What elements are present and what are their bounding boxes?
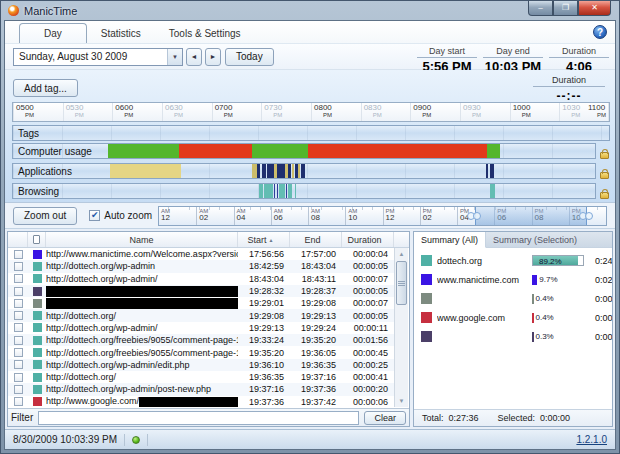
summary-row[interactable]: dottech.org89.2%0:24:37 xyxy=(414,251,612,270)
close-button[interactable]: ✕ xyxy=(578,1,611,16)
tab-summary-selection[interactable]: Summary (Selection) xyxy=(486,232,584,247)
chevron-down-icon[interactable]: ▼ xyxy=(167,49,182,65)
table-row[interactable]: http://dottech.org/wp-admin/post-new.php… xyxy=(8,383,394,395)
activity-segment[interactable] xyxy=(295,184,297,198)
activity-segment[interactable] xyxy=(301,164,304,178)
activity-segment[interactable] xyxy=(279,184,285,198)
activity-segment[interactable] xyxy=(252,164,257,178)
computer-usage-row[interactable]: Computer usage xyxy=(12,143,596,159)
previous-day-button[interactable]: ◄ xyxy=(186,48,202,66)
auto-zoom-checkbox[interactable]: ✔ xyxy=(89,210,100,221)
row-checkbox[interactable] xyxy=(14,287,23,296)
activity-segment[interactable] xyxy=(274,184,276,198)
auto-zoom[interactable]: ✔ Auto zoom xyxy=(89,210,152,221)
activity-segment[interactable] xyxy=(285,164,288,178)
row-checkbox[interactable] xyxy=(14,262,23,271)
activity-segment[interactable] xyxy=(295,164,298,178)
tab-day[interactable]: Day xyxy=(19,23,87,44)
table-row[interactable]: http://dottech.org/freebies/9055/comment… xyxy=(8,334,394,346)
table-row[interactable]: http://www.manictime.com/Welcome.aspx?ve… xyxy=(8,248,394,260)
applications-row[interactable]: Applications xyxy=(12,163,596,179)
table-row[interactable]: 19:29:0119:29:0800:00:07 xyxy=(8,297,394,309)
activity-segment[interactable] xyxy=(262,164,266,178)
activity-segment[interactable] xyxy=(259,184,262,198)
activity-segment[interactable] xyxy=(288,184,293,198)
header-checkbox-column[interactable] xyxy=(8,232,28,247)
applications-track[interactable] xyxy=(13,164,595,178)
overview-cell[interactable]: AM10 xyxy=(345,207,382,225)
help-icon[interactable]: ? xyxy=(593,25,607,39)
table-row[interactable]: http://www.google.com/19:37:3619:37:4200… xyxy=(8,396,394,408)
activity-segment[interactable] xyxy=(252,144,308,158)
row-checkbox[interactable] xyxy=(14,385,23,394)
header-end[interactable]: End xyxy=(290,232,342,247)
computer-usage-track[interactable] xyxy=(13,144,595,158)
summary-row[interactable]: 0.4%0:00:07 xyxy=(414,289,612,308)
overview-cell[interactable]: AM08 xyxy=(308,207,345,225)
maximize-button[interactable]: ❐ xyxy=(553,1,578,16)
row-checkbox[interactable] xyxy=(14,360,23,369)
clear-filter-button[interactable]: Clear xyxy=(364,411,406,425)
table-row[interactable]: http://dottech.org/19:29:0819:29:1300:00… xyxy=(8,309,394,321)
row-checkbox[interactable] xyxy=(14,336,23,345)
overview-cell[interactable]: PM02 xyxy=(420,207,457,225)
activity-segment[interactable] xyxy=(108,144,179,158)
browsing-track[interactable] xyxy=(13,184,595,198)
summary-row[interactable]: www.google.com0.4%0:00:06 xyxy=(414,308,612,327)
day-overview-timeline[interactable]: AM12AM02AM04AM06AM08AM10PM12PM02PM04PM06… xyxy=(158,206,607,226)
activity-segment[interactable] xyxy=(288,164,291,178)
scroll-up-icon[interactable]: ▲ xyxy=(395,248,408,260)
table-row[interactable]: http://dottech.org/freebies/9055/comment… xyxy=(8,346,394,358)
row-checkbox[interactable] xyxy=(14,373,23,382)
activity-segment[interactable] xyxy=(308,144,487,158)
view-selection[interactable] xyxy=(475,207,587,225)
table-row[interactable]: http://dottech.org/wp-admin/18:43:0418:4… xyxy=(8,273,394,285)
activity-segment[interactable] xyxy=(486,164,488,178)
table-row[interactable]: http://dottech.org/19:36:3519:37:1600:00… xyxy=(8,371,394,383)
applications-lock[interactable] xyxy=(598,165,610,179)
tab-statistics[interactable]: Statistics xyxy=(87,23,155,43)
add-tag-button[interactable]: Add tag... xyxy=(13,79,78,97)
overview-cell[interactable]: PM12 xyxy=(383,207,420,225)
tab-tools-settings[interactable]: Tools & Settings xyxy=(155,23,255,43)
table-scrollbar[interactable]: ▲ ▼ xyxy=(394,248,408,407)
activity-segment[interactable] xyxy=(267,164,275,178)
selection-handle-right[interactable] xyxy=(579,212,595,221)
minimize-button[interactable]: – xyxy=(528,1,553,16)
filter-input[interactable] xyxy=(38,411,359,425)
row-checkbox[interactable] xyxy=(14,323,23,332)
activity-segment[interactable] xyxy=(490,184,495,198)
row-checkbox[interactable] xyxy=(14,348,23,357)
table-row[interactable]: http://dottech.org/wp-admin/19:29:1319:2… xyxy=(8,322,394,334)
activity-segment[interactable] xyxy=(490,164,495,178)
overview-cell[interactable]: AM12 xyxy=(159,207,196,225)
computer-usage-lock[interactable] xyxy=(598,145,610,159)
activity-segment[interactable] xyxy=(277,164,285,178)
scrollbar-thumb[interactable] xyxy=(396,261,407,305)
summary-row[interactable]: www.manictime.com9.7%0:02:41 xyxy=(414,270,612,289)
tab-summary-all[interactable]: Summary (All) xyxy=(414,232,486,248)
activity-segment[interactable] xyxy=(487,144,500,158)
summary-row[interactable]: 0.3%0:00:05 xyxy=(414,327,612,346)
browsing-row[interactable]: Browsing xyxy=(12,183,596,199)
activity-segment[interactable] xyxy=(179,144,251,158)
overview-cell[interactable]: AM02 xyxy=(196,207,233,225)
table-row[interactable]: 19:28:3219:28:3700:00:05 xyxy=(8,285,394,297)
row-checkbox[interactable] xyxy=(14,274,23,283)
table-row[interactable]: http://dottech.org/wp-admin/edit.php19:3… xyxy=(8,359,394,371)
selection-handle-left[interactable] xyxy=(467,212,483,221)
row-checkbox[interactable] xyxy=(14,250,23,259)
scroll-down-icon[interactable]: ▼ xyxy=(395,395,408,407)
row-checkbox[interactable] xyxy=(14,397,23,406)
header-icon-column[interactable] xyxy=(28,232,46,247)
activity-segment[interactable] xyxy=(110,164,181,178)
header-duration[interactable]: Duration xyxy=(342,232,394,247)
today-button[interactable]: Today xyxy=(225,48,274,66)
tags-row[interactable]: Tags xyxy=(12,125,610,141)
table-row[interactable]: http://dottech.org/wp-admin18:42:5918:43… xyxy=(8,260,394,272)
browsing-lock[interactable] xyxy=(598,185,610,199)
overview-cell[interactable]: AM04 xyxy=(234,207,271,225)
activity-segment[interactable] xyxy=(264,184,272,198)
tags-track[interactable] xyxy=(13,126,609,140)
header-name[interactable]: Name xyxy=(46,232,238,247)
